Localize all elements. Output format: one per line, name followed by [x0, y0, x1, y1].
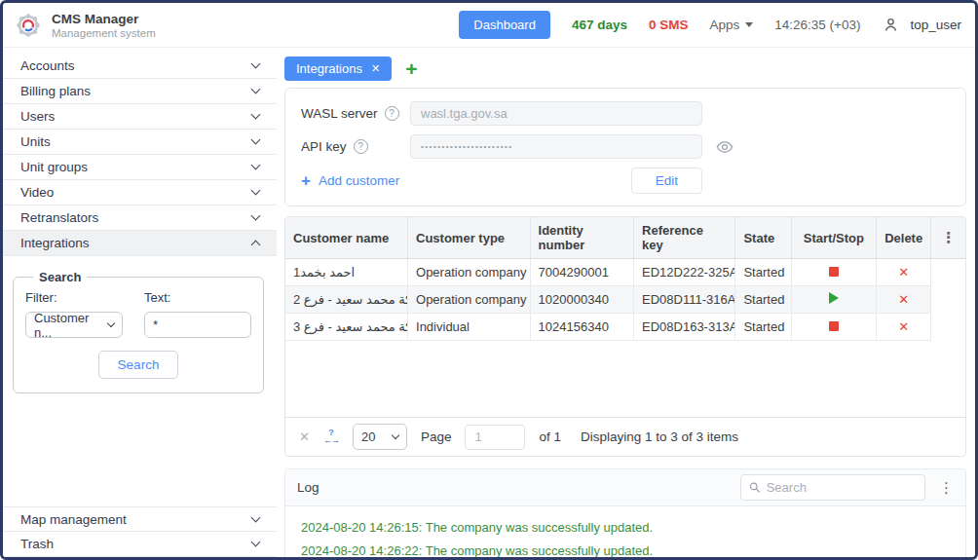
col-delete[interactable]: Delete	[877, 217, 931, 259]
caret-down-icon	[745, 22, 753, 27]
page-size-select[interactable]: 20	[353, 424, 407, 450]
stop-icon[interactable]	[829, 321, 839, 331]
edit-button[interactable]: Edit	[631, 168, 702, 194]
clear-filter-icon[interactable]: ✕	[299, 429, 310, 444]
eye-icon[interactable]	[716, 140, 734, 154]
sidebar-item-accounts[interactable]: Accounts	[3, 54, 277, 79]
sidebar-item-video[interactable]: Video	[3, 180, 277, 205]
col-state[interactable]: State	[735, 217, 791, 259]
add-tab-icon[interactable]: +	[405, 58, 417, 79]
log-search[interactable]	[740, 474, 925, 501]
col-customer-type[interactable]: Customer type	[408, 217, 531, 259]
refresh-count-icon[interactable]: ?←→	[323, 429, 339, 445]
tab-integrations[interactable]: Integrations ✕	[284, 56, 392, 81]
filter-select[interactable]: Customer n...	[25, 312, 123, 338]
sidebar-item-billing-plans[interactable]: Billing plans	[3, 79, 277, 104]
log-title: Log	[297, 480, 320, 495]
cell-start-stop[interactable]	[791, 314, 876, 341]
integration-form-panel: WASL server ? wasl.tga.gov.sa API key ? …	[284, 88, 966, 206]
sidebar-item-trash[interactable]: Trash	[3, 532, 277, 557]
cell-customer-name: احمد بخمد1	[285, 259, 408, 286]
user-menu[interactable]: top_user	[882, 16, 961, 34]
gear-logo-icon	[13, 10, 44, 41]
col-identity-number[interactable]: Identity number	[530, 217, 633, 259]
start-icon[interactable]	[829, 292, 839, 304]
chevron-icon	[251, 241, 261, 250]
sidebar-item-retranslators[interactable]: Retranslators	[3, 205, 277, 231]
col-reference-key[interactable]: Reference key	[634, 217, 735, 259]
cell-menu	[931, 259, 965, 286]
cell-menu	[931, 286, 965, 314]
chevron-icon	[251, 538, 261, 547]
chevron-icon	[251, 211, 261, 221]
search-icon	[749, 481, 761, 494]
apps-menu[interactable]: Apps	[709, 18, 753, 32]
table-empty-area	[285, 341, 965, 417]
log-search-input[interactable]	[767, 480, 917, 495]
user-icon	[882, 16, 900, 34]
chevron-icon	[251, 161, 261, 170]
log-body: 2024-08-20 14:26:15: The company was suc…	[285, 506, 965, 557]
page-number-input[interactable]	[465, 425, 525, 450]
log-header: Log ⋮	[285, 469, 965, 506]
chevron-icon	[251, 110, 261, 120]
chevron-icon	[251, 85, 261, 94]
sidebar-item-integrations[interactable]: Integrations	[3, 231, 277, 256]
api-key-input: ••••••••••••••••••••••	[410, 134, 702, 159]
table-row[interactable]: شركة محمد سعيد - فرع 2 Operation company…	[285, 286, 965, 314]
cell-start-stop[interactable]	[791, 259, 876, 286]
delete-icon[interactable]: ✕	[898, 292, 909, 307]
log-entry: 2024-08-20 14:26:15: The company was suc…	[301, 520, 950, 535]
sidebar-item-users[interactable]: Users	[3, 104, 277, 130]
kebab-icon[interactable]: ⋮	[941, 229, 956, 245]
delete-icon[interactable]: ✕	[898, 319, 909, 334]
customers-table: Customer name Customer type Identity num…	[285, 217, 965, 341]
cell-start-stop[interactable]	[791, 286, 876, 314]
log-panel: Log ⋮ 2024-08-20 14:26:15: The company w…	[284, 468, 966, 557]
delete-icon[interactable]: ✕	[898, 265, 909, 280]
cell-customer-name: شركة محمد سعيد - فرع 2	[285, 286, 408, 314]
table-row[interactable]: احمد بخمد1 Operation company 7004290001 …	[285, 259, 965, 286]
table-menu-header[interactable]: ⋮	[931, 217, 965, 259]
kebab-icon[interactable]: ⋮	[939, 480, 954, 495]
sidebar-item-units[interactable]: Units	[3, 130, 277, 155]
cell-menu	[931, 314, 965, 341]
page-of-label: of 1	[539, 429, 561, 444]
cell-reference-key: ED08D111-316A	[634, 286, 735, 314]
cell-state: Started	[735, 259, 791, 286]
username: top_user	[910, 18, 961, 32]
table-row[interactable]: شركة محمد سعيد - فرع 3 Individual 102415…	[285, 314, 965, 341]
tab-close-icon[interactable]: ✕	[371, 63, 380, 74]
dashboard-button[interactable]: Dashboard	[459, 11, 550, 39]
app-window: CMS Manager Management system Dashboard …	[0, 0, 978, 560]
cell-state: Started	[735, 286, 791, 314]
cell-identity-number: 1024156340	[530, 314, 633, 341]
brand: CMS Manager Management system	[13, 10, 156, 41]
chevron-icon	[251, 59, 261, 69]
cell-reference-key: ED08D163-313A	[634, 314, 735, 341]
text-label: Text:	[144, 290, 251, 305]
search-legend: Search	[33, 270, 87, 284]
tabs-row: Integrations ✕ +	[284, 56, 966, 81]
cell-delete[interactable]: ✕	[877, 314, 931, 341]
clock: 14:26:35 (+03)	[774, 18, 860, 32]
stop-icon[interactable]	[829, 267, 839, 277]
search-button[interactable]: Search	[98, 351, 179, 379]
add-customer-button[interactable]: + Add customer	[301, 172, 399, 189]
sidebar-item-map-management[interactable]: Map management	[3, 506, 277, 532]
help-icon[interactable]: ?	[385, 106, 399, 121]
app-title: CMS Manager	[52, 12, 156, 26]
cell-delete[interactable]: ✕	[877, 259, 931, 286]
pagination-bar: ✕ ?←→ 20 Page of 1 Displaying 1 to 3 of …	[285, 417, 965, 456]
api-key-label: API key	[301, 139, 347, 154]
log-entry: 2024-08-20 14:26:22: The company was suc…	[301, 543, 950, 557]
customers-table-panel: Customer name Customer type Identity num…	[284, 216, 966, 457]
col-customer-name[interactable]: Customer name	[285, 217, 408, 259]
help-icon[interactable]: ?	[354, 139, 368, 154]
search-text-input[interactable]	[144, 312, 251, 338]
cell-identity-number: 1020000340	[530, 286, 633, 314]
sidebar-item-unit-groups[interactable]: Unit groups	[3, 155, 277, 180]
col-start-stop[interactable]: Start/Stop	[791, 217, 876, 259]
sidebar: Accounts Billing plans Users Units Unit …	[3, 48, 277, 557]
cell-delete[interactable]: ✕	[877, 286, 931, 314]
